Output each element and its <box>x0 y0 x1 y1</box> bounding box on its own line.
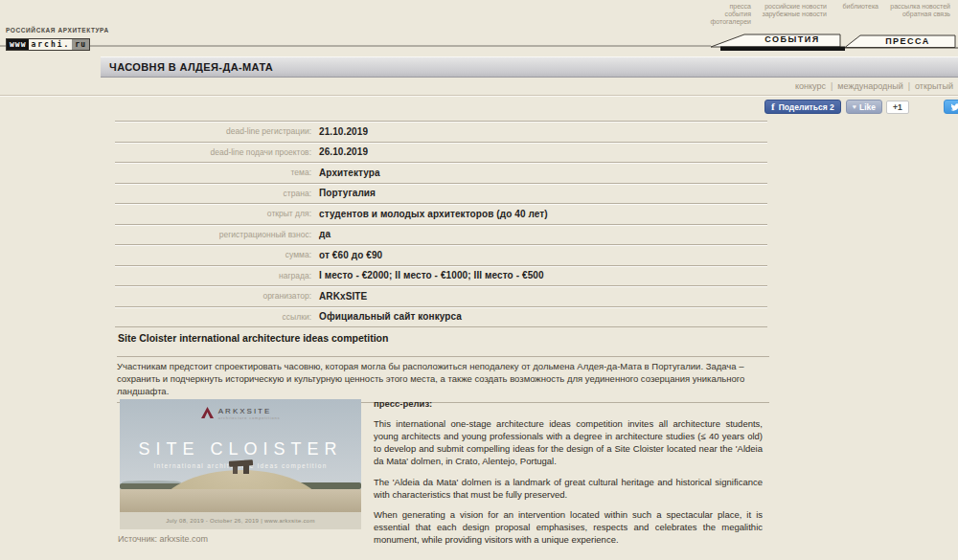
logo-www: www <box>7 39 29 50</box>
detail-value: да <box>319 229 331 239</box>
nav-link-russian-news[interactable]: российские новости <box>762 3 827 11</box>
category-link-open[interactable]: открытый <box>915 81 953 91</box>
nav-link-press[interactable]: пресса <box>711 3 752 11</box>
logo-archi: archi. <box>29 39 72 50</box>
google-plus-one-button[interactable]: +1 <box>886 101 909 114</box>
competition-details-table: dead-line регистрации: 21.10.2019 dead-l… <box>115 121 767 327</box>
table-row: награда: I место - €2000; II место - €10… <box>115 265 767 286</box>
topnav-column-4: рассылка новостей обратная связь <box>890 3 950 18</box>
table-row: dead-line регистрации: 21.10.2019 <box>115 121 767 142</box>
poster-brand-subtitle: architecture competitions <box>218 415 280 421</box>
facebook-share-label: Поделиться <box>779 102 828 112</box>
poster-dates-band: July 08, 2019 - October 26, 2019 | www.a… <box>120 512 361 529</box>
topnav-column-2: российские новости зарубежные новости <box>762 3 827 18</box>
dolmen-capstone <box>229 459 253 467</box>
detail-label: тема: <box>115 168 319 177</box>
arkxsite-triangle-icon <box>201 407 214 418</box>
source-link[interactable]: arkxsite.com <box>159 534 208 544</box>
detail-value: I место - €2000; II место - €1000; III м… <box>319 270 544 280</box>
page-title: ЧАСОВНЯ В АЛДЕЯ-ДА-МАТА <box>101 57 958 77</box>
source-line: Источник: arkxsite.com <box>118 534 208 544</box>
detail-label: открыт для: <box>115 209 319 218</box>
table-row: тема: Архитектура <box>115 162 767 183</box>
nav-link-photogalleries[interactable]: фотогалереи <box>711 18 752 26</box>
nav-link-newsletter[interactable]: рассылка новостей <box>890 3 950 11</box>
poster-dolmen <box>228 460 255 474</box>
logo-ru: ru <box>72 39 89 50</box>
nav-link-library[interactable]: библиотека <box>843 3 878 11</box>
competition-poster-image[interactable]: ARKXSITE architecture competitions SITE … <box>120 399 361 529</box>
topnav-column-3: библиотека <box>843 3 878 11</box>
table-row: регистрационный взнос: да <box>115 224 767 245</box>
press-paragraph: When generating a vision for an interven… <box>374 508 763 546</box>
detail-value: 21.10.2019 <box>319 126 368 137</box>
table-row: открыт для: студентов и молодых архитект… <box>115 203 767 224</box>
press-release-label: пресс-релиз: <box>374 397 763 410</box>
detail-label: организатор: <box>115 291 319 301</box>
twitter-bird-icon <box>950 102 958 112</box>
like-label: Like <box>859 102 876 112</box>
category-separator: | <box>831 81 833 91</box>
source-label: Источник: <box>118 534 157 544</box>
detail-label: dead-line регистрации: <box>115 126 319 136</box>
facebook-share-count: 2 <box>830 102 834 112</box>
horizontal-divider <box>0 95 958 96</box>
press-paragraph: The 'Aldeia da Mata' dolmen is a landmar… <box>374 476 763 501</box>
detail-value: ARKxSITE <box>319 291 367 302</box>
poster-brand-name: ARKXSITE <box>218 407 280 415</box>
table-row: организатор: ARKxSITE <box>115 285 767 306</box>
detail-label: сумма: <box>115 250 319 259</box>
detail-value: 26.10.2019 <box>319 146 368 157</box>
site-logo[interactable]: www archi. ru <box>6 38 90 51</box>
tab-press[interactable]: ПРЕССА <box>860 36 955 46</box>
table-row: dead-line подачи проектов: 26.10.2019 <box>115 142 767 163</box>
detail-value: Архитектура <box>319 168 380 178</box>
nav-link-feedback[interactable]: обратная связь <box>890 11 950 18</box>
like-icon: ♥ <box>853 103 856 110</box>
table-row: сумма: от €60 до €90 <box>115 244 767 265</box>
poster-brand-text: ARKXSITE architecture competitions <box>218 407 280 421</box>
category-separator: | <box>908 81 910 91</box>
nav-link-events[interactable]: события <box>711 11 752 18</box>
detail-label: регистрационный взнос: <box>115 230 319 239</box>
topnav-column-1: пресса события фотогалереи <box>711 3 752 26</box>
article-heading: Site Cloister international architecture… <box>118 332 388 344</box>
social-buttons: f Поделиться 2 ♥ Like +1 Tweet <box>764 100 958 114</box>
press-paragraph: This international one-stage architectur… <box>374 417 763 467</box>
detail-value: Португалия <box>319 188 376 198</box>
press-release: пресс-релиз: This international one-stag… <box>374 397 763 553</box>
page: пресса события фотогалереи российские но… <box>0 0 958 560</box>
poster-ground <box>120 489 361 512</box>
detail-value: студентов и молодых архитекторов (до 40 … <box>319 209 548 219</box>
poster-brand-logo: ARKXSITE architecture competitions <box>120 407 361 421</box>
detail-label: dead-line подачи проектов: <box>115 147 319 157</box>
dolmen-stone <box>243 465 249 474</box>
category-link-international[interactable]: международный <box>837 81 902 91</box>
like-button[interactable]: ♥ Like <box>846 100 882 114</box>
detail-label: ссылки: <box>115 312 319 322</box>
category-link-contest[interactable]: конкурс <box>795 81 826 91</box>
detail-label: награда: <box>115 271 319 280</box>
official-site-link[interactable]: Официальный сайт конкурса <box>319 311 462 322</box>
nav-link-foreign-news[interactable]: зарубежные новости <box>762 11 827 18</box>
table-row: ссылки: Официальный сайт конкурса <box>115 306 767 327</box>
title-bar: ЧАСОВНЯ В АЛДЕЯ-ДА-МАТА <box>101 56 958 78</box>
category-links: конкурс|международный|открытый <box>795 81 953 91</box>
table-row: страна: Португалия <box>115 183 767 204</box>
detail-value: от €60 до €90 <box>319 250 382 260</box>
facebook-icon: f <box>771 101 775 112</box>
tab-events[interactable]: СОБЫТИЯ <box>744 34 840 44</box>
facebook-share-button[interactable]: f Поделиться 2 <box>764 100 841 114</box>
detail-label: страна: <box>115 189 319 198</box>
poster-title: SITE CLOISTER <box>120 439 361 459</box>
tweet-button[interactable]: Tweet <box>944 100 958 114</box>
